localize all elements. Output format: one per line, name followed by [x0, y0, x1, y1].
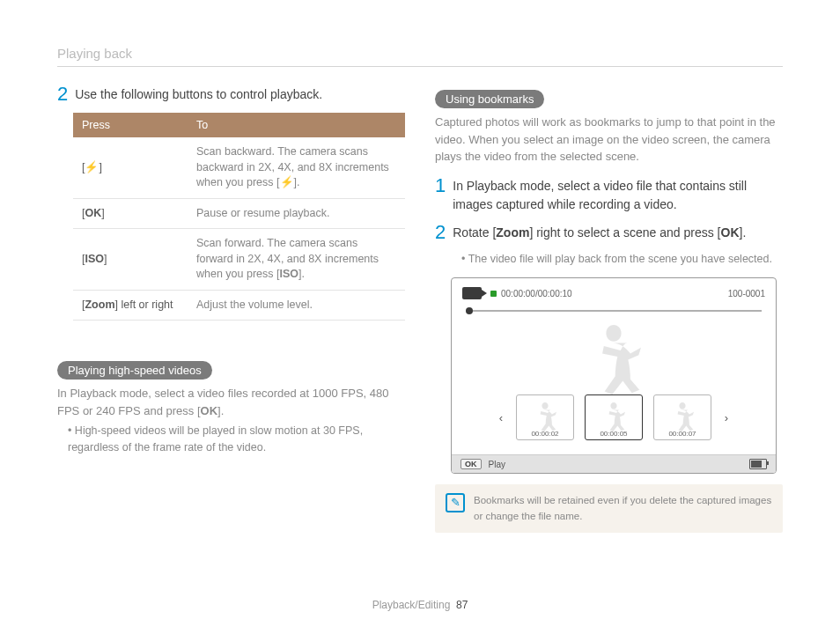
step-text: In Playback mode, select a video file th…	[453, 176, 783, 214]
dancer-silhouette-icon	[574, 319, 653, 394]
main-preview	[462, 315, 765, 394]
thumbnail: 00:00:07	[653, 394, 711, 440]
footer-section: Playback/Editing	[372, 599, 451, 611]
footer-page: 87	[456, 599, 468, 611]
controls-table: Press To [⚡] Scan backward. The camera s…	[73, 113, 405, 321]
bullet-high-speed: High-speed videos will be played in slow…	[57, 423, 405, 456]
dancer-silhouette-icon	[665, 400, 700, 431]
progress-track	[466, 310, 762, 312]
device-screenshot: 00:00:00/00:00:10 100-0001 ‹ 00:00:02	[451, 277, 777, 474]
ok-label: OK	[721, 225, 740, 240]
step-number: 1	[435, 176, 446, 195]
prev-arrow-icon: ‹	[497, 411, 505, 424]
flash-icon: ⚡	[85, 160, 99, 176]
left-column: 2 Use the following buttons to control p…	[57, 85, 405, 533]
heading-bookmarks: Using bookmarks	[435, 90, 544, 108]
step-1: 1 In Playback mode, select a video file …	[435, 176, 783, 214]
ok-button-icon: OK	[461, 459, 482, 469]
battery-icon	[749, 459, 767, 469]
step-2: 2 Use the following buttons to control p…	[57, 85, 405, 104]
thumbnail-selected: 00:00:05	[585, 394, 643, 440]
th-to: To	[188, 113, 405, 137]
press-iso: [ISO]	[73, 229, 188, 291]
thumbnail: 00:00:02	[516, 394, 574, 440]
ok-label: OK	[201, 404, 218, 417]
record-icon	[490, 291, 497, 297]
table-row: [Zoom] left or right Adjust the volume l…	[73, 290, 405, 321]
table-row: [OK] Pause or resume playback.	[73, 198, 405, 229]
table-row: [ISO] Scan forward. The camera scans for…	[73, 229, 405, 291]
note-box: ✎ Bookmarks will be retained even if you…	[435, 484, 783, 533]
dancer-silhouette-icon	[596, 400, 631, 431]
page-title: Playing back	[57, 46, 132, 61]
to-ok: Pause or resume playback.	[188, 198, 405, 229]
press-zoom: [Zoom] left or right	[73, 290, 188, 321]
zoom-label: Zoom	[85, 299, 114, 311]
to-flash: Scan backward. The camera scans backward…	[188, 137, 405, 198]
to-zoom: Adjust the volume level.	[188, 290, 405, 321]
step-text: Use the following buttons to control pla…	[75, 85, 322, 104]
note-text: Bookmarks will be retained even if you d…	[474, 493, 772, 524]
sub-bullet: The video file will play back from the s…	[451, 251, 783, 268]
press-ok: [OK]	[73, 198, 188, 229]
device-statusbar: OK Play	[452, 454, 776, 473]
camcorder-icon	[462, 287, 482, 299]
device-top: 00:00:00/00:00:10 100-0001 ‹ 00:00:02	[452, 278, 776, 454]
play-label: Play	[489, 460, 505, 469]
table-header-row: Press To	[73, 113, 405, 137]
next-arrow-icon: ›	[722, 411, 731, 424]
zoom-label: Zoom	[496, 225, 529, 240]
table-row: [⚡] Scan backward. The camera scans back…	[73, 137, 405, 198]
heading-high-speed: Playing high-speed videos	[57, 361, 212, 380]
th-press: Press	[73, 113, 188, 137]
body-high-speed: In Playback mode, select a video files r…	[57, 385, 405, 419]
columns: 2 Use the following buttons to control p…	[57, 85, 783, 533]
note-icon: ✎	[446, 493, 465, 512]
step-text: Rotate [Zoom] right to select a scene an…	[453, 223, 746, 242]
iso-label: ISO	[280, 268, 299, 280]
file-number: 100-0001	[728, 289, 765, 299]
iso-label: ISO	[85, 253, 104, 265]
flash-icon: ⚡	[280, 175, 294, 191]
step-number: 2	[57, 85, 68, 104]
ok-label: OK	[85, 207, 101, 219]
step-number: 2	[435, 223, 446, 242]
timecode: 00:00:00/00:00:10	[501, 289, 572, 299]
step-r2: 2 Rotate [Zoom] right to select a scene …	[435, 223, 783, 242]
body-bookmarks: Captured photos will work as bookmarks t…	[435, 114, 783, 166]
to-iso: Scan forward. The camera scans forward i…	[188, 229, 405, 291]
page-footer: Playback/Editing 87	[0, 599, 840, 611]
page-header: Playing back	[57, 46, 783, 67]
thumbnail-strip: ‹ 00:00:02 00:00:05 00:00:07	[462, 394, 765, 449]
right-column: Using bookmarks Captured photos will wor…	[435, 85, 783, 533]
device-header: 00:00:00/00:00:10 100-0001	[462, 287, 765, 299]
press-flash: [⚡]	[73, 137, 188, 198]
dancer-silhouette-icon	[527, 400, 563, 431]
